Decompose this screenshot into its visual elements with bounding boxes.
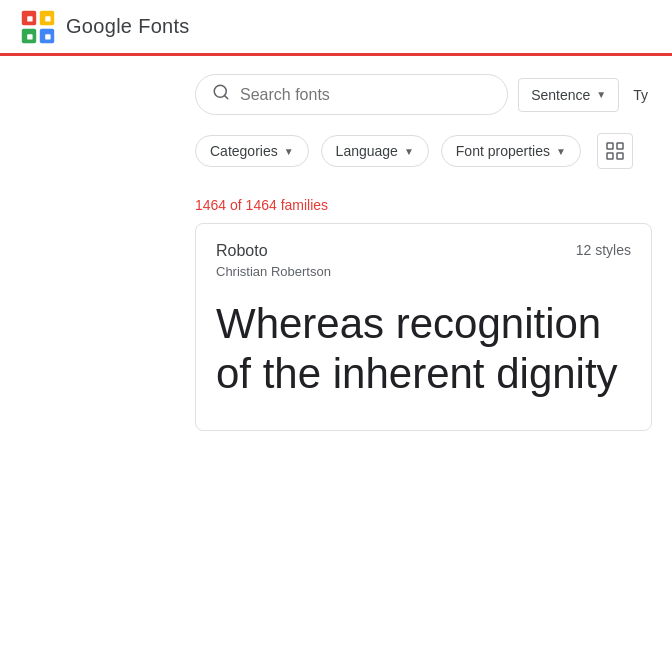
- search-input[interactable]: [240, 86, 491, 104]
- font-name[interactable]: Roboto: [216, 242, 268, 260]
- svg-rect-6: [27, 34, 32, 39]
- app-title: Google Fonts: [66, 15, 190, 38]
- font-card: Roboto 12 styles Christian Robertson Whe…: [195, 223, 652, 431]
- search-box[interactable]: [195, 74, 508, 115]
- language-filter-label: Language: [336, 143, 398, 159]
- svg-rect-11: [607, 143, 613, 149]
- google-fonts-logo-icon: [20, 9, 56, 45]
- categories-filter-label: Categories: [210, 143, 278, 159]
- svg-rect-7: [45, 34, 50, 39]
- font-cards-container: Roboto 12 styles Christian Robertson Whe…: [0, 223, 672, 451]
- language-filter-button[interactable]: Language ▼: [321, 135, 429, 167]
- sentence-dropdown-arrow-icon: ▼: [596, 89, 606, 100]
- results-count: 1464 of 1464 families: [0, 177, 672, 223]
- categories-dropdown-arrow-icon: ▼: [284, 146, 294, 157]
- font-author: Christian Robertson: [216, 264, 631, 279]
- search-icon: [212, 83, 230, 106]
- svg-rect-13: [607, 153, 613, 159]
- type-button[interactable]: Ty: [629, 79, 652, 111]
- font-properties-dropdown-arrow-icon: ▼: [556, 146, 566, 157]
- categories-filter-button[interactable]: Categories ▼: [195, 135, 309, 167]
- font-card-header: Roboto 12 styles: [216, 242, 631, 260]
- type-button-label: Ty: [633, 87, 648, 103]
- svg-rect-12: [617, 143, 623, 149]
- font-styles-count: 12 styles: [576, 242, 631, 258]
- font-preview-text: Whereas recognition of the inherent dign…: [216, 299, 631, 400]
- svg-rect-14: [617, 153, 623, 159]
- sentence-dropdown-label: Sentence: [531, 87, 590, 103]
- results-count-text: 1464 of 1464 families: [195, 197, 328, 213]
- font-properties-filter-label: Font properties: [456, 143, 550, 159]
- grid-view-button[interactable]: [597, 133, 633, 169]
- sentence-dropdown[interactable]: Sentence ▼: [518, 78, 619, 112]
- svg-rect-4: [27, 16, 32, 21]
- language-dropdown-arrow-icon: ▼: [404, 146, 414, 157]
- search-area: Sentence ▼ Ty: [0, 56, 672, 125]
- svg-rect-5: [45, 16, 50, 21]
- grid-icon: [606, 142, 624, 160]
- filter-bar: Categories ▼ Language ▼ Font properties …: [0, 125, 672, 177]
- svg-rect-8: [36, 25, 40, 29]
- font-properties-filter-button[interactable]: Font properties ▼: [441, 135, 581, 167]
- header: Google Fonts: [0, 0, 672, 56]
- svg-line-10: [224, 95, 227, 98]
